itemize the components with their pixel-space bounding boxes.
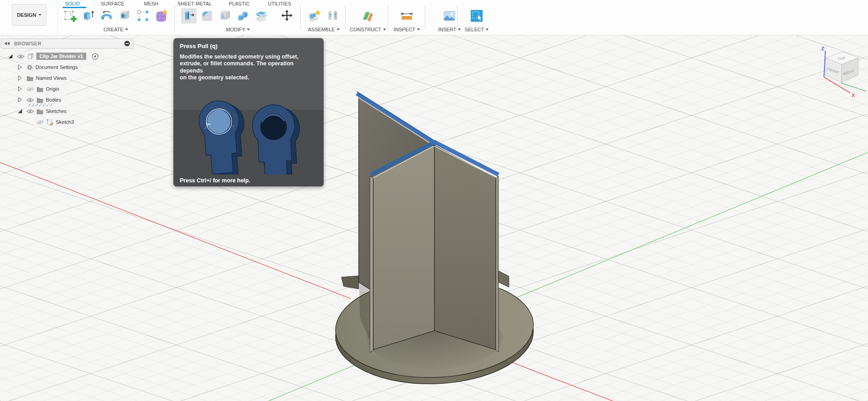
shell-button[interactable] [217, 8, 233, 24]
browser-header: BROWSER [1, 39, 133, 49]
revolve-button[interactable] [99, 8, 114, 24]
tab-solid[interactable]: SOLID [65, 1, 80, 6]
toolbar: DESIGN SOLID SURFACE MESH SHEET METAL PL… [0, 0, 868, 35]
select-button[interactable] [469, 8, 484, 24]
tooltip-description: Modifies the selected geometry using off… [180, 54, 317, 82]
tree-item-named-views-label[interactable]: Named Views [36, 75, 67, 81]
shell-icon [218, 9, 232, 23]
group-assemble: ASSEMBLE [303, 8, 344, 32]
tree-row-named-views[interactable]: Named Views [17, 73, 70, 83]
pattern-button[interactable] [135, 8, 151, 24]
tree-item-origin-label[interactable]: Origin [46, 86, 59, 92]
insert-image-icon [443, 9, 456, 23]
measure-button[interactable] [399, 8, 414, 24]
viewcube[interactable]: TOP FRONT RIGHT Z X [804, 39, 868, 98]
expand-toggle[interactable] [17, 108, 23, 114]
tree-item-component-label[interactable]: Clip Jar Divider v1 [36, 53, 86, 60]
divider-wall-front-right-endcap[interactable] [496, 176, 498, 352]
tree-row-component[interactable]: Clip Jar Divider v1 [8, 52, 99, 61]
tab-surface[interactable]: SURFACE [101, 1, 124, 6]
expand-toggle[interactable] [17, 86, 23, 92]
divider-wall-stub-left[interactable] [341, 276, 359, 289]
collapse-panel-icon[interactable] [4, 41, 10, 46]
assemble-label: ASSEMBLE [308, 27, 335, 32]
visibility-eye-off-icon[interactable] [36, 120, 44, 125]
tooltip-title: Press Pull (q) [180, 43, 317, 49]
tab-utilities[interactable]: UTILITIES [268, 1, 291, 6]
group-inspect: INSPECT [391, 8, 422, 32]
tree-row-document-settings[interactable]: Document Settings [17, 63, 81, 72]
expand-toggle[interactable] [17, 97, 23, 103]
divider-wall-stub-right[interactable] [498, 271, 509, 287]
gear-icon [26, 64, 33, 71]
create-sketch-button[interactable] [63, 8, 78, 24]
expand-toggle[interactable] [8, 54, 13, 59]
insert-button[interactable] [442, 8, 457, 24]
press-pull-button[interactable] [181, 8, 197, 24]
viewcube-z-axis [824, 51, 825, 77]
visibility-eye-icon[interactable] [17, 54, 25, 59]
tab-mesh[interactable]: MESH [144, 1, 158, 6]
new-component-icon [308, 9, 321, 23]
modify-dropdown[interactable]: MODIFY [226, 27, 250, 32]
chevron-down-icon [125, 29, 128, 30]
press-pull-example-image [180, 82, 316, 179]
expand-toggle[interactable] [17, 64, 23, 70]
hole-button[interactable] [117, 8, 133, 24]
design-menu-button[interactable]: DESIGN [12, 4, 46, 26]
chevron-down-icon [417, 29, 420, 30]
minimize-panel-icon[interactable] [124, 40, 130, 47]
construction-plane-button[interactable] [360, 8, 375, 24]
sketch-icon [46, 118, 54, 126]
create-dropdown[interactable]: CREATE [104, 27, 128, 32]
tree-item-bodies-label[interactable]: Bodies [46, 97, 61, 103]
visibility-eye-off-icon[interactable] [26, 87, 34, 92]
divider-wall-front-right[interactable] [434, 145, 496, 350]
select-dropdown[interactable]: SELECT [465, 27, 489, 32]
group-insert: INSERT [432, 8, 467, 32]
hole-icon [118, 9, 132, 23]
tree-item-document-settings-label[interactable]: Document Settings [35, 64, 78, 70]
folder-icon [26, 75, 34, 81]
combine-button[interactable] [236, 8, 251, 24]
folder-icon [36, 108, 44, 114]
divider [300, 5, 301, 30]
folder-icon [36, 86, 44, 92]
chevron-down-icon [247, 29, 250, 30]
offset-face-button[interactable] [254, 8, 269, 24]
create-form-button[interactable] [153, 8, 169, 24]
tree-item-sketches-label[interactable]: Sketches [46, 108, 66, 114]
tooltip-footer: Press Ctrl+/ for more help. [173, 175, 324, 186]
create-form-icon [154, 9, 168, 23]
tree-row-bodies[interactable]: Bodies [17, 95, 65, 104]
activate-component-radio[interactable] [92, 53, 99, 60]
new-component-button[interactable] [307, 8, 322, 24]
inspect-dropdown[interactable]: INSPECT [394, 27, 420, 32]
tree-row-origin[interactable]: Origin [17, 84, 63, 93]
divider-wall-front-left[interactable] [373, 145, 434, 350]
tree-row-sketches[interactable]: Sketches [17, 107, 70, 116]
tree-row-sketch3[interactable]: Sketch3 [35, 117, 78, 127]
3d-viewport[interactable]: TOP FRONT RIGHT Z X [0, 35, 868, 401]
tab-sheet-metal[interactable]: SHEET METAL [178, 1, 212, 6]
fillet-button[interactable] [199, 8, 215, 24]
select-label: SELECT [465, 27, 484, 32]
extrude-button[interactable] [81, 8, 96, 24]
design-menu-label: DESIGN [17, 12, 36, 18]
fillet-icon [200, 9, 214, 23]
insert-dropdown[interactable]: INSERT [438, 27, 461, 32]
assemble-dropdown[interactable]: ASSEMBLE [308, 27, 339, 32]
collapsed-triangle-icon [18, 75, 22, 81]
expanded-triangle-icon [8, 54, 13, 59]
divider [57, 4, 58, 31]
divider [388, 5, 388, 30]
tab-plastic[interactable]: PLASTIC [229, 1, 250, 6]
divider-wall-front-left-endcap[interactable] [370, 176, 373, 352]
visibility-eye-icon[interactable] [26, 98, 34, 103]
move-button[interactable] [279, 8, 295, 24]
expand-toggle[interactable] [17, 75, 23, 81]
joint-button[interactable] [325, 8, 340, 24]
construct-dropdown[interactable]: CONSTRUCT [350, 27, 385, 32]
tree-item-sketch3-label[interactable]: Sketch3 [56, 119, 74, 125]
visibility-eye-icon[interactable] [26, 109, 34, 114]
